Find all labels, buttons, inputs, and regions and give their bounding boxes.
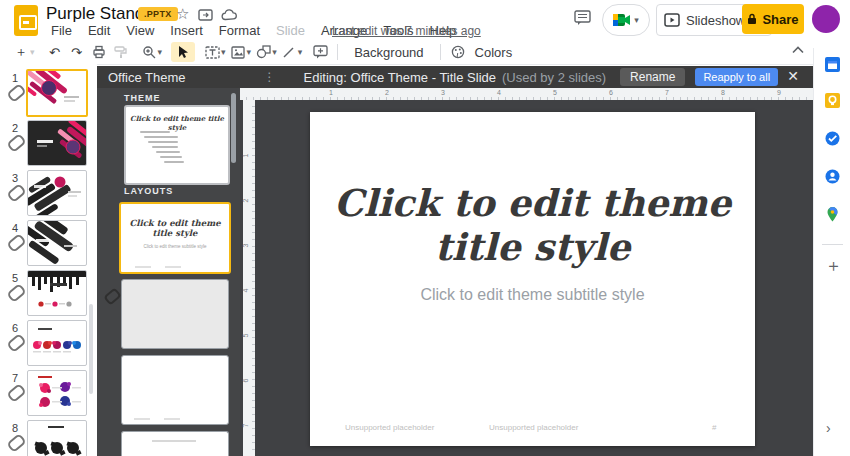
new-slide-button[interactable]: ＋ [12,42,30,62]
insert-image-dropdown-arrow[interactable]: ▾ [247,47,252,57]
slides-app-icon[interactable] [14,5,38,36]
slide-thumbnail[interactable] [27,370,87,416]
open-comments-icon[interactable] [574,10,591,26]
unsupported-placeholder-left: Unsupported placeholder [345,423,434,432]
filmstrip-slide-5[interactable]: 5 [0,270,97,320]
link-icon [6,83,27,103]
colors-button[interactable]: Colors [467,42,521,62]
slide-thumbnail[interactable] [27,220,87,266]
slide-thumbnail[interactable] [27,420,87,456]
filmstrip-slide-1[interactable]: 1 [0,70,97,120]
select-tool-button[interactable] [171,42,195,62]
slide-canvas[interactable]: Click to edit theme title style Click to… [310,112,755,446]
filmstrip-slide-8[interactable]: 8 [0,420,97,456]
hide-side-panel-chevron[interactable]: › [826,420,831,436]
hide-menus-chevron[interactable] [792,46,804,54]
slide-thumbnail[interactable] [27,120,87,166]
slide-thumbnail[interactable] [27,270,87,316]
tasks-icon[interactable] [824,130,841,147]
layout-thumbnail-3[interactable] [121,355,229,425]
insert-comment-button[interactable] [311,42,329,62]
close-icon[interactable]: ✕ [787,68,799,84]
theme-panel-title: Office Theme [108,70,186,85]
vertical-ruler: 1 2 3 4 5 6 7 [243,100,255,456]
rename-button[interactable]: Rename [620,68,685,86]
slide-thumbnail[interactable] [27,320,87,366]
link-icon [6,333,27,353]
menu-edit[interactable]: Edit [81,22,117,39]
link-icon [6,233,27,253]
colors-icon[interactable] [449,42,467,62]
master-slide-thumbnail[interactable]: Click to edit theme title style [124,105,230,185]
filmstrip-slide-4[interactable]: 4 [0,220,97,270]
side-panel-divider [822,244,843,245]
share-button[interactable]: Share [742,4,804,34]
text-box-dropdown-arrow[interactable]: ▾ [221,47,226,57]
last-edit-link[interactable]: Last edit was 7 minutes ago [332,24,481,38]
theme-panel: THEME Click to edit theme title style LA… [97,88,240,456]
zoom-button[interactable] [140,42,158,62]
print-button[interactable] [90,42,108,62]
theme-title-placeholder[interactable]: Click to edit theme title style [332,182,733,269]
maps-icon[interactable] [824,206,841,223]
new-slide-dropdown-arrow[interactable]: ▾ [30,47,35,57]
share-label: Share [762,12,798,27]
slide-filmstrip: 1 2 [0,64,97,456]
undo-button[interactable]: ↶ [46,42,64,62]
link-icon [103,287,122,305]
slide-number: 4 [12,222,18,234]
filmstrip-slide-3[interactable]: 3 [0,170,97,220]
layouts-section-label: LAYOUTS [124,186,173,196]
keep-icon[interactable] [824,92,841,109]
slide-thumbnail[interactable] [27,170,87,216]
calendar-icon[interactable] [824,56,841,73]
zoom-dropdown-arrow[interactable]: ▾ [158,47,163,57]
theme-subtitle-placeholder[interactable]: Click to edit theme subtitle style [310,286,755,304]
menu-view[interactable]: View [119,22,161,39]
google-slides-app: Purple Standard .PPTX ☆ File Edit View I… [0,0,850,456]
insert-shape-dropdown-arrow[interactable]: ▾ [272,47,277,57]
toolbar: ＋ ▾ ↶ ↷ ▾ ▾ ▾ ▾ ▾ [0,40,850,65]
slide-thumbnail[interactable] [26,69,88,117]
layout-thumbnail-title-slide[interactable]: Click to edit theme title style Click to… [119,202,231,274]
text-box-tool-button[interactable] [203,42,221,62]
get-addons-button[interactable]: ＋ [825,254,842,277]
move-folder-icon[interactable] [198,9,213,21]
slide-number: 5 [12,272,18,284]
account-avatar[interactable] [812,5,840,33]
filmstrip-slide-6[interactable]: 6 [0,320,97,370]
canvas-area: 1 2 3 4 5 6 7 8 9 1 2 3 4 5 6 7 Click to… [240,88,813,456]
menu-insert[interactable]: Insert [163,22,210,39]
insert-shape-button[interactable] [254,42,272,62]
filmstrip-slide-2[interactable]: 2 [0,120,97,170]
used-by-text: (Used by 2 slides) [502,70,606,85]
star-icon[interactable]: ☆ [176,6,189,22]
insert-line-button[interactable] [280,42,298,62]
slide-number: 3 [12,172,18,184]
insert-line-dropdown-arrow[interactable]: ▾ [298,47,303,57]
meet-camera-icon [613,13,631,27]
cloud-status-icon[interactable] [221,9,237,21]
link-icon [6,383,27,403]
contacts-icon[interactable] [824,168,841,185]
meet-dropdown-arrow: ▾ [634,15,639,25]
slide-number: 2 [12,122,18,134]
layout-thumbnail-2[interactable] [121,279,229,349]
slide-number: 6 [12,322,18,334]
theme-section-label: THEME [124,93,161,103]
filmstrip-slide-7[interactable]: 7 [0,370,97,420]
link-icon [6,283,27,303]
menu-format[interactable]: Format [212,22,267,39]
link-icon [6,133,27,153]
more-options-icon[interactable]: ⋮ [264,70,276,84]
reapply-to-all-button[interactable]: Reapply to all [695,68,778,86]
meet-button[interactable]: ▾ [602,4,650,36]
menu-file[interactable]: File [44,22,79,39]
background-button[interactable]: Background [346,42,431,62]
filmstrip-scrollbar[interactable] [89,304,93,394]
insert-image-button[interactable] [229,42,247,62]
redo-button[interactable]: ↷ [68,42,86,62]
slideshow-icon [664,13,680,27]
theme-panel-scrollbar[interactable] [231,93,236,163]
layout-thumbnail-4[interactable] [121,431,229,456]
